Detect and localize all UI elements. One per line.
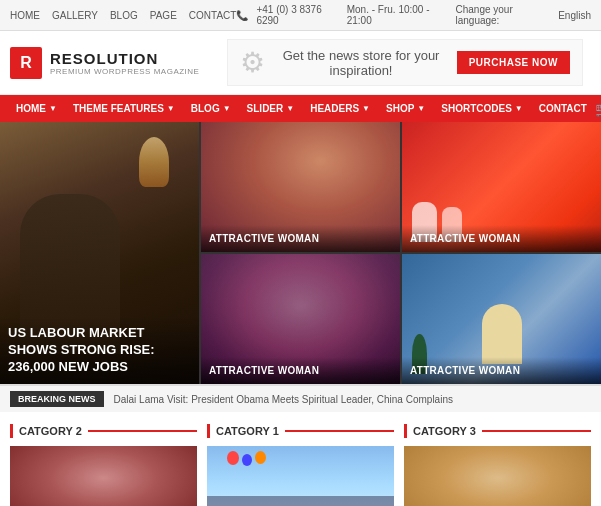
cell4-overlay: ATTRACTIVE WOMAN [402, 357, 601, 384]
category-1: CATGORY 1 [207, 424, 394, 506]
top-nav-contact[interactable]: CONTACT [189, 10, 237, 21]
hero-cell-1[interactable]: ATTRACTIVE WOMAN [201, 122, 400, 252]
nav-blog[interactable]: BLOG ▼ [183, 95, 239, 122]
logo-icon: R [10, 47, 42, 79]
language-label: Change your language: [455, 4, 550, 26]
cat1-bar-left [207, 424, 210, 438]
cat2-header: CATGORY 2 [10, 424, 197, 438]
banner-text: Get the news store for your inspiration! [265, 48, 456, 78]
categories-section: CATGORY 2 Should There be Lights on the … [0, 412, 601, 506]
cell1-overlay: ATTRACTIVE WOMAN [201, 225, 400, 252]
nav-contact[interactable]: CONTACT [531, 95, 595, 122]
cat3-title: CATGORY 3 [413, 425, 476, 437]
breaking-badge: BREAKING NEWS [10, 391, 104, 407]
phone-icon: 📞 [236, 10, 248, 21]
main-nav: HOME ▼ THEME FEATURES ▼ BLOG ▼ SLIDER ▼ … [0, 95, 601, 122]
cat1-title: CATGORY 1 [216, 425, 279, 437]
hero-grid: US LABOUR MARKET SHOWS STRONG RISE: 236,… [0, 122, 601, 384]
cat2-bar-left [10, 424, 13, 438]
cell3-overlay: ATTRACTIVE WOMAN [201, 357, 400, 384]
cell1-title: ATTRACTIVE WOMAN [209, 233, 392, 244]
cat3-header: CATGORY 3 [404, 424, 591, 438]
nav-items: HOME ▼ THEME FEATURES ▼ BLOG ▼ SLIDER ▼ … [8, 95, 595, 122]
cat3-image[interactable] [404, 446, 591, 506]
top-nav: HOME GALLERY BLOG PAGE CONTACT [10, 10, 236, 21]
nav-shop[interactable]: SHOP ▼ [378, 95, 433, 122]
cat2-image[interactable] [10, 446, 197, 506]
hero-cell-3[interactable]: ATTRACTIVE WOMAN [201, 254, 400, 384]
brand-tagline: PREMIUM WORDPRESS MAGAZINE [50, 67, 199, 76]
purchase-button[interactable]: PURCHASE NOW [457, 51, 570, 74]
top-bar-right: 📞 +41 (0) 3 8376 6290 Mon. - Fru. 10:00 … [236, 4, 591, 26]
cell3-title: ATTRACTIVE WOMAN [209, 365, 392, 376]
top-nav-blog[interactable]: BLOG [110, 10, 138, 21]
nav-right: 🛒 0 item(s) 🔍 [595, 97, 601, 121]
nav-shortcodes[interactable]: SHORTCODES ▼ [433, 95, 530, 122]
hero-cell-2[interactable]: ATTRACTIVE WOMAN [402, 122, 601, 252]
top-bar: HOME GALLERY BLOG PAGE CONTACT 📞 +41 (0)… [0, 0, 601, 31]
nav-headers[interactable]: HEADERS ▼ [302, 95, 378, 122]
cat2-bar-right [88, 430, 197, 432]
cat2-title: CATGORY 2 [19, 425, 82, 437]
cell2-title: ATTRACTIVE WOMAN [410, 233, 593, 244]
hours: Mon. - Fru. 10:00 - 21:00 [347, 4, 448, 26]
cell4-title: ATTRACTIVE WOMAN [410, 365, 593, 376]
breaking-news: BREAKING NEWS Dalai Lama Visit: Presiden… [0, 384, 601, 412]
nav-theme-features[interactable]: THEME FEATURES ▼ [65, 95, 183, 122]
site-header: R RESOLUTION PREMIUM WORDPRESS MAGAZINE … [0, 31, 601, 95]
cat3-bar-left [404, 424, 407, 438]
brand-name: RESOLUTION [50, 50, 199, 67]
hero-main[interactable]: US LABOUR MARKET SHOWS STRONG RISE: 236,… [0, 122, 199, 384]
breaking-text: Dalai Lama Visit: President Obama Meets … [114, 394, 453, 405]
nav-slider[interactable]: SLIDER ▼ [239, 95, 303, 122]
cat3-bar-right [482, 430, 591, 432]
phone-number: +41 (0) 3 8376 6290 [256, 4, 338, 26]
logo[interactable]: R RESOLUTION PREMIUM WORDPRESS MAGAZINE [10, 47, 199, 79]
cart-icon[interactable]: 🛒 [595, 101, 601, 117]
cell2-overlay: ATTRACTIVE WOMAN [402, 225, 601, 252]
hero-main-overlay: US LABOUR MARKET SHOWS STRONG RISE: 236,… [0, 317, 199, 384]
top-nav-home[interactable]: HOME [10, 10, 40, 21]
language-select[interactable]: English [558, 10, 591, 21]
hero-main-title: US LABOUR MARKET SHOWS STRONG RISE: 236,… [8, 325, 191, 376]
top-nav-page[interactable]: PAGE [150, 10, 177, 21]
category-3: CATGORY 3 Should There be Lights on the … [404, 424, 591, 506]
cat1-image[interactable] [207, 446, 394, 506]
cat1-bar-right [285, 430, 394, 432]
nav-home[interactable]: HOME ▼ [8, 95, 65, 122]
logo-text: RESOLUTION PREMIUM WORDPRESS MAGAZINE [50, 50, 199, 76]
header-banner: ⚙ Get the news store for your inspiratio… [227, 39, 583, 86]
cat1-header: CATGORY 1 [207, 424, 394, 438]
gear-icon: ⚙ [240, 46, 265, 79]
top-nav-gallery[interactable]: GALLERY [52, 10, 98, 21]
category-2: CATGORY 2 Should There be Lights on the … [10, 424, 197, 506]
hero-cell-4[interactable]: ATTRACTIVE WOMAN [402, 254, 601, 384]
